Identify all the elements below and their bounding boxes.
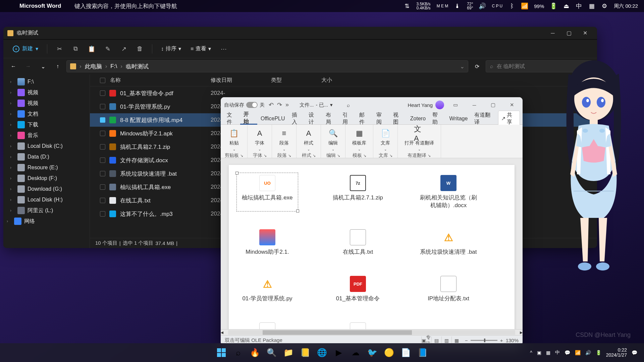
system-tray[interactable]: ^ ▣ ▦ 中 💬 📶 🔊 🔋 0:222024/1/27 💬	[530, 348, 637, 358]
ribbon-button[interactable]: 📋粘贴⌄	[226, 127, 242, 153]
document-name[interactable]: 文件...- 已...▾	[300, 102, 333, 108]
maximize-button[interactable]: ▢	[486, 97, 500, 113]
tray-overflow-icon[interactable]: ^	[530, 350, 532, 355]
select-all-checkbox[interactable]	[100, 78, 105, 83]
wechat-tray-icon[interactable]: 💬	[565, 350, 570, 355]
ribbon-tab[interactable]: 有道翻译	[471, 113, 498, 125]
autosave-toggle[interactable]: 自动保存 关	[224, 102, 265, 108]
zoom-out-button[interactable]: −	[465, 338, 468, 343]
sidebar-item[interactable]: ›Local Disk (H:)	[3, 194, 90, 205]
search-button[interactable]: ⌕	[347, 102, 350, 108]
share-button[interactable]: ↗共享	[498, 111, 520, 127]
sidebar-item[interactable]: ›文档	[3, 109, 90, 119]
ribbon-tab[interactable]: 文件	[223, 113, 240, 125]
address-bar[interactable]: ›此电脑 ›F:\ ›临时测试 ⌄	[66, 60, 468, 72]
zoom-in-button[interactable]: +	[500, 338, 503, 343]
wifi-tray-icon[interactable]: 📶	[575, 350, 581, 355]
toggle-icon[interactable]	[246, 102, 258, 108]
ribbon-tab[interactable]: 邮件	[356, 113, 373, 125]
sidebar-item[interactable]: ›视频	[3, 98, 90, 109]
embedded-object[interactable]: ♪这算不了什么。.mp3	[239, 322, 296, 329]
share-button[interactable]: ↗	[117, 42, 130, 56]
ribbon-tab[interactable]: Zotero	[407, 113, 429, 125]
search-input[interactable]: ⌕ 在 临时测试	[486, 60, 593, 72]
ribbon-button[interactable]: 文A打开 有道翻译⌄	[402, 127, 437, 153]
taskbar-app-1[interactable]: 🔥	[248, 345, 262, 360]
document-area[interactable]: UO柚坛搞机工具箱.exe7z搞机工具箱2.7.1.zipW刷机相关知识总览（刷…	[221, 158, 523, 329]
volume-icon[interactable]: 🔊	[479, 3, 486, 9]
ribbon-button[interactable]: 🔍编辑⌄	[325, 127, 341, 153]
ribbon-tab[interactable]: 视图	[390, 113, 407, 125]
minimize-button[interactable]: ─	[467, 97, 482, 113]
embedded-object[interactable]: IP地址分配表.txt	[420, 276, 477, 302]
ribbon-tab[interactable]: 设计	[305, 113, 322, 125]
redo-button[interactable]: ↷	[277, 101, 282, 109]
ribbon-button[interactable]: ▦模板库⌄	[350, 127, 369, 153]
taskbar-app-2[interactable]: 🔍	[264, 345, 279, 360]
back-button[interactable]: ←	[7, 60, 19, 72]
zoom-slider[interactable]	[471, 340, 497, 341]
eject-icon[interactable]: ⏏	[563, 3, 570, 9]
sidebar-item[interactable]: ›视频	[3, 87, 90, 98]
delete-button[interactable]: 🗑	[133, 42, 147, 56]
file-explorer-button[interactable]: 📁	[281, 345, 296, 360]
control-center-icon[interactable]: ⚙	[601, 3, 608, 9]
ribbon-tab[interactable]: 帮助	[429, 113, 446, 125]
ribbon-tab[interactable]: 引用	[339, 113, 356, 125]
ribbon-button[interactable]: ≡段落⌄	[276, 127, 292, 153]
volume-tray-icon[interactable]: 🔊	[585, 350, 591, 355]
refresh-button[interactable]: ⟳	[471, 60, 483, 72]
embedded-object[interactable]: PDF01_基本管理命令	[329, 276, 386, 302]
row-checkbox[interactable]	[100, 90, 105, 96]
battery-tray-icon[interactable]: 🔋	[596, 350, 601, 355]
tray-app-icon[interactable]: ▦	[588, 3, 595, 9]
sticky-notes-button[interactable]: 📒	[298, 345, 313, 360]
qat-more-button[interactable]: »	[285, 101, 289, 109]
row-checkbox[interactable]	[100, 144, 105, 149]
word-taskbar-button[interactable]: 📘	[415, 345, 430, 360]
sidebar-item[interactable]: ›网络	[3, 216, 90, 227]
ribbon-tab[interactable]: 布局	[322, 113, 339, 125]
clock[interactable]: 周六 00:22	[614, 3, 638, 9]
row-checkbox[interactable]	[100, 104, 105, 109]
cut-button[interactable]: ✂	[53, 42, 66, 56]
row-checkbox[interactable]	[100, 171, 105, 176]
sidebar-item[interactable]: ›下载	[3, 119, 90, 130]
battery-icon[interactable]: 🔋	[550, 3, 557, 9]
undo-button[interactable]: ↶	[269, 101, 274, 109]
user-account[interactable]: Heart Yang	[408, 101, 444, 109]
zoom-control[interactable]: − + 130%	[465, 338, 519, 343]
paste-button[interactable]: 📋	[85, 42, 98, 56]
embedded-object[interactable]: 7z搞机工具箱2.7.1.zip	[329, 175, 386, 209]
horizontal-scrollbar[interactable]: ◂▸	[221, 329, 523, 335]
app-name[interactable]: Microsoft Word	[19, 3, 61, 9]
row-checkbox[interactable]	[100, 211, 105, 217]
bluetooth-icon[interactable]: ᛒ	[508, 3, 515, 9]
tray-widgets-icon[interactable]: ▦	[546, 350, 550, 355]
recent-button[interactable]: ⌄	[37, 60, 49, 72]
embedded-object[interactable]: UO柚坛搞机工具箱.exe	[239, 175, 296, 209]
explorer-titlebar[interactable]: 临时测试 ─ ▢ ✕	[3, 27, 597, 40]
notepad-button[interactable]: 📄	[398, 345, 413, 360]
sidebar-item[interactable]: ›Download (G:)	[3, 184, 90, 194]
ribbon-tab[interactable]: 开始	[240, 113, 257, 125]
row-checkbox[interactable]	[100, 184, 105, 190]
sidebar-item[interactable]: ›F:\	[3, 76, 90, 87]
taskbar-app-5[interactable]: 🐦	[365, 345, 380, 360]
embedded-object[interactable]: 在线工具.txt	[329, 229, 386, 256]
taskbar-app-6[interactable]: 🟡	[382, 345, 396, 360]
up-button[interactable]: ↑	[52, 60, 64, 72]
minimize-button[interactable]: ─	[545, 27, 561, 40]
ribbon-mode-button[interactable]: ▭	[448, 97, 463, 113]
row-checkbox[interactable]	[100, 131, 105, 136]
ribbon-tab[interactable]: Writage	[446, 113, 471, 125]
ribbon-button[interactable]: A样式⌄	[301, 127, 317, 153]
new-button[interactable]: + 新建▾	[9, 43, 42, 54]
ribbon-tab[interactable]: 插入	[288, 113, 305, 125]
embedded-object[interactable]: W刷机相关知识总览（刷机辅助）.docx	[420, 175, 477, 209]
sort-button[interactable]: ↕ 排序 ▾	[158, 43, 184, 54]
embedded-object[interactable]: Mindows助手2.1.	[239, 229, 296, 256]
ribbon-button[interactable]: 📄文库⌄	[377, 127, 393, 153]
close-button[interactable]: ✕	[577, 27, 593, 40]
ribbon-tab[interactable]: OfficePLU	[257, 113, 288, 125]
